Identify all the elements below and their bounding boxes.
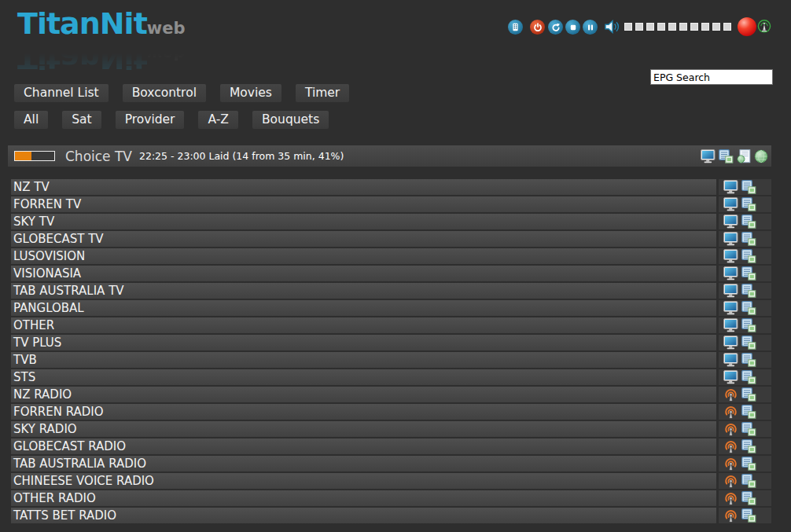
channel-name[interactable]: SKY RADIO bbox=[11, 421, 716, 437]
epg-list-icon[interactable] bbox=[741, 387, 756, 402]
epg-list-icon[interactable] bbox=[741, 197, 756, 211]
tab-timer[interactable]: Timer bbox=[296, 84, 349, 102]
volume-step[interactable] bbox=[668, 23, 676, 31]
now-playing-actions bbox=[701, 149, 768, 163]
channel-name[interactable]: SKY TV bbox=[11, 214, 716, 229]
channel-name[interactable]: CHINEESE VOICE RADIO bbox=[11, 473, 716, 489]
channel-name[interactable]: TAB AUSTRALIA RADIO bbox=[11, 456, 716, 471]
tv-icon[interactable] bbox=[723, 370, 738, 384]
epg-list-icon[interactable] bbox=[741, 336, 756, 350]
channel-name[interactable]: FORREN TV bbox=[11, 196, 716, 212]
radio-icon[interactable] bbox=[723, 492, 738, 505]
epg-list-icon[interactable] bbox=[741, 457, 756, 471]
radio-icon[interactable] bbox=[723, 423, 738, 436]
tv-icon[interactable] bbox=[723, 284, 738, 298]
channel-actions bbox=[719, 266, 771, 281]
epg-list-icon[interactable] bbox=[741, 232, 756, 246]
radio-icon[interactable] bbox=[723, 405, 738, 419]
radio-icon[interactable] bbox=[723, 475, 738, 488]
radio-icon[interactable] bbox=[723, 457, 738, 471]
volume-level bbox=[624, 23, 731, 31]
filter-bouquets[interactable]: Bouquets bbox=[252, 111, 329, 129]
epg-list-icon[interactable] bbox=[741, 370, 756, 384]
epg-list-icon[interactable] bbox=[741, 491, 756, 505]
main-nav: Channel List Boxcontrol Movies Timer bbox=[14, 84, 349, 102]
epg-list-icon[interactable] bbox=[741, 318, 756, 332]
epg-list-icon[interactable] bbox=[741, 405, 756, 419]
radio-icon[interactable] bbox=[723, 509, 738, 523]
channel-name[interactable]: TATTS BET RADIO bbox=[11, 508, 716, 523]
volume-step[interactable] bbox=[723, 23, 731, 31]
channel-actions bbox=[719, 179, 771, 195]
filter-sat[interactable]: Sat bbox=[62, 111, 101, 129]
tv-icon[interactable] bbox=[723, 318, 738, 332]
tab-channel-list[interactable]: Channel List bbox=[14, 84, 109, 102]
volume-step[interactable] bbox=[690, 23, 698, 31]
tv-icon[interactable] bbox=[723, 232, 738, 246]
epg-list-icon[interactable] bbox=[741, 439, 756, 453]
pause-icon[interactable] bbox=[583, 20, 598, 35]
volume-step[interactable] bbox=[701, 23, 709, 31]
channel-name[interactable]: TV PLUS bbox=[11, 335, 716, 350]
tab-movies[interactable]: Movies bbox=[220, 84, 281, 102]
epg-list-icon[interactable] bbox=[719, 149, 734, 163]
tv-icon[interactable] bbox=[723, 301, 738, 315]
volume-step[interactable] bbox=[657, 23, 665, 31]
tv-screen-icon[interactable] bbox=[701, 149, 716, 163]
tab-boxcontrol[interactable]: Boxcontrol bbox=[123, 84, 206, 102]
filter-provider[interactable]: Provider bbox=[116, 111, 185, 129]
channel-name[interactable]: GLOBECAST RADIO bbox=[11, 438, 716, 454]
volume-mute-icon[interactable] bbox=[604, 19, 621, 35]
tv-icon[interactable] bbox=[723, 180, 738, 194]
volume-step[interactable] bbox=[646, 23, 654, 31]
power-icon[interactable] bbox=[530, 20, 545, 35]
epg-list-icon[interactable] bbox=[741, 249, 756, 263]
channel-name[interactable]: FORREN RADIO bbox=[11, 404, 716, 420]
channel-name[interactable]: TAB AUSTRALIA TV bbox=[11, 283, 716, 299]
channel-name[interactable]: GLOBECAST TV bbox=[11, 231, 716, 247]
volume-step[interactable] bbox=[712, 23, 720, 31]
radio-icon[interactable] bbox=[723, 388, 738, 402]
globe-icon[interactable] bbox=[754, 149, 768, 163]
channel-actions bbox=[719, 214, 771, 229]
channel-row: OTHER bbox=[11, 317, 771, 333]
epg-list-icon[interactable] bbox=[741, 284, 756, 298]
remote-control-icon[interactable] bbox=[508, 20, 523, 35]
channel-name[interactable]: NZ TV bbox=[11, 179, 716, 195]
epg-search-input[interactable] bbox=[650, 69, 773, 85]
tv-icon[interactable] bbox=[723, 215, 738, 229]
tv-icon[interactable] bbox=[723, 249, 738, 263]
epg-list-icon[interactable] bbox=[741, 266, 756, 281]
epg-list-icon[interactable] bbox=[741, 353, 756, 367]
channel-name[interactable]: OTHER bbox=[11, 317, 716, 333]
epg-list-icon[interactable] bbox=[741, 474, 756, 488]
volume-step[interactable] bbox=[624, 23, 632, 31]
restart-icon[interactable] bbox=[548, 20, 563, 35]
tv-icon[interactable] bbox=[723, 336, 738, 350]
signal-icon[interactable] bbox=[756, 19, 772, 35]
radio-icon[interactable] bbox=[723, 440, 738, 453]
tv-icon[interactable] bbox=[723, 353, 738, 367]
channel-name[interactable]: STS bbox=[11, 369, 716, 385]
epg-list-icon[interactable] bbox=[741, 301, 756, 315]
epg-list-icon[interactable] bbox=[741, 508, 756, 523]
channel-name[interactable]: PANGLOBAL bbox=[11, 300, 716, 316]
filter-all[interactable]: All bbox=[14, 111, 48, 129]
channel-actions bbox=[719, 421, 771, 437]
epg-list-icon[interactable] bbox=[741, 180, 756, 194]
channel-actions bbox=[719, 248, 771, 264]
channel-name[interactable]: OTHER RADIO bbox=[11, 490, 716, 506]
tv-icon[interactable] bbox=[723, 266, 738, 281]
epg-web-icon[interactable] bbox=[737, 149, 751, 163]
volume-step[interactable] bbox=[679, 23, 687, 31]
channel-name[interactable]: NZ RADIO bbox=[11, 387, 716, 402]
epg-list-icon[interactable] bbox=[741, 215, 756, 229]
tv-icon[interactable] bbox=[723, 197, 738, 211]
volume-step[interactable] bbox=[635, 23, 643, 31]
channel-name[interactable]: TVB bbox=[11, 352, 716, 368]
epg-list-icon[interactable] bbox=[741, 422, 756, 436]
stop-icon[interactable] bbox=[565, 20, 580, 35]
channel-name[interactable]: LUSOVISION bbox=[11, 248, 716, 264]
filter-a-z[interactable]: A-Z bbox=[198, 111, 237, 129]
channel-name[interactable]: VISIONASIA bbox=[11, 266, 716, 281]
